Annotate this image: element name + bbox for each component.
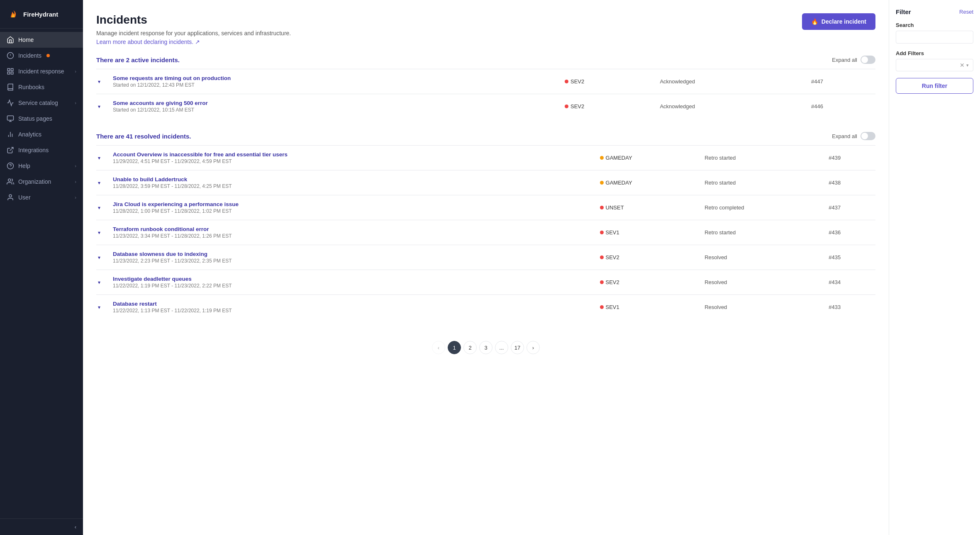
sidebar-item-status-pages-label: Status pages — [18, 115, 52, 122]
filter-clear-icon[interactable]: ✕ — [960, 62, 965, 68]
status-text: Acknowledged — [660, 103, 695, 109]
severity-dot — [600, 305, 604, 309]
filter-search-input[interactable] — [896, 31, 973, 44]
severity-badge: SEV2 — [600, 279, 619, 285]
home-icon — [7, 36, 14, 44]
severity-badge: GAMEDAY — [600, 155, 632, 161]
row-expand-icon[interactable]: ▾ — [98, 155, 100, 161]
sidebar-item-service-catalog-label: Service catalog — [18, 100, 58, 106]
severity-label: SEV1 — [606, 304, 619, 310]
incident-id: #439 — [829, 155, 841, 161]
table-row[interactable]: ▾ Unable to build Laddertruck 11/28/2022… — [96, 170, 875, 195]
page-subtitle: Manage incident response for your applic… — [96, 30, 291, 36]
row-expand-icon[interactable]: ▾ — [98, 79, 100, 85]
severity-dot — [565, 80, 568, 83]
active-expand-toggle[interactable] — [861, 56, 875, 64]
table-row[interactable]: ▾ Some accounts are giving 500 error Sta… — [96, 94, 875, 119]
severity-label: SEV2 — [570, 78, 584, 85]
incident-id: #435 — [829, 254, 841, 260]
table-row[interactable]: ▾ Terraform runbook conditional error 11… — [96, 220, 875, 245]
status-text: Retro started — [705, 155, 736, 161]
pagination-next-button[interactable]: › — [527, 341, 540, 354]
sidebar-item-organization[interactable]: Organization › — [0, 174, 83, 190]
status-pages-icon — [7, 115, 14, 122]
severity-label: GAMEDAY — [606, 180, 632, 186]
sidebar-item-service-catalog[interactable]: Service catalog › — [0, 95, 83, 111]
resolved-incidents-table: ▾ Account Overview is inaccessible for f… — [96, 145, 875, 319]
table-row[interactable]: ▾ Investigate deadletter queues 11/22/20… — [96, 270, 875, 295]
svg-point-18 — [9, 195, 12, 197]
filter-panel: Filter Reset Search Add Filters ✕ ▾ Run … — [889, 0, 980, 535]
incident-title: Investigate deadletter queues — [113, 276, 593, 282]
active-expand-all-label: Expand all — [832, 57, 857, 63]
severity-dot — [600, 280, 604, 284]
row-expand-icon[interactable]: ▾ — [98, 104, 100, 109]
row-expand-icon[interactable]: ▾ — [98, 280, 100, 285]
table-row[interactable]: ▾ Database restart 11/22/2022, 1:13 PM E… — [96, 295, 875, 320]
row-expand-icon[interactable]: ▾ — [98, 205, 100, 211]
sidebar-item-status-pages[interactable]: Status pages — [0, 111, 83, 126]
sidebar-item-integrations[interactable]: Integrations — [0, 142, 83, 158]
filter-dropdown-icon[interactable]: ▾ — [966, 63, 969, 68]
declare-incident-button[interactable]: 🔥 Declare incident — [802, 13, 875, 30]
run-filter-button[interactable]: Run filter — [896, 78, 973, 94]
pagination-page-2[interactable]: 2 — [463, 341, 477, 354]
sidebar-item-user[interactable]: User › — [0, 190, 83, 205]
severity-badge: SEV1 — [600, 304, 619, 310]
sidebar-item-user-label: User — [18, 194, 31, 201]
sidebar-item-help[interactable]: Help › — [0, 158, 83, 174]
logo-icon — [7, 7, 20, 21]
learn-more-link[interactable]: Learn more about declaring incidents. ↗ — [96, 39, 200, 45]
severity-label: GAMEDAY — [606, 155, 632, 161]
row-expand-icon[interactable]: ▾ — [98, 230, 100, 236]
active-incidents-section: There are 2 active incidents. Expand all… — [96, 56, 875, 119]
incident-time: 11/29/2022, 4:51 PM EST - 11/29/2022, 4:… — [113, 158, 593, 164]
sidebar-item-runbooks[interactable]: Runbooks — [0, 79, 83, 95]
filter-title: Filter — [896, 8, 911, 15]
pagination-page-1[interactable]: 1 — [448, 341, 461, 354]
status-text: Resolved — [705, 304, 727, 310]
declare-button-label: Declare incident — [822, 18, 866, 25]
svg-line-14 — [10, 147, 13, 151]
table-row[interactable]: ▾ Jira Cloud is experiencing a performan… — [96, 195, 875, 220]
severity-badge: UNSET — [600, 204, 624, 211]
resolved-expand-toggle[interactable] — [861, 132, 875, 140]
active-section-header: There are 2 active incidents. Expand all — [96, 56, 875, 64]
sidebar-item-analytics[interactable]: Analytics — [0, 126, 83, 142]
status-text: Retro completed — [705, 204, 744, 211]
row-expand-icon[interactable]: ▾ — [98, 304, 100, 310]
sidebar-item-runbooks-label: Runbooks — [18, 84, 44, 90]
analytics-icon — [7, 131, 14, 138]
filter-reset-link[interactable]: Reset — [959, 9, 973, 15]
status-text: Acknowledged — [660, 78, 695, 85]
incident-id: #434 — [829, 279, 841, 285]
organization-chevron: › — [75, 179, 76, 184]
row-expand-icon[interactable]: ▾ — [98, 180, 100, 186]
active-expand-all: Expand all — [832, 56, 875, 64]
incident-time: 11/23/2022, 3:34 PM EST - 11/28/2022, 1:… — [113, 233, 593, 239]
row-expand-icon[interactable]: ▾ — [98, 255, 100, 260]
table-row[interactable]: ▾ Database slowness due to indexing 11/2… — [96, 245, 875, 270]
pagination-prev-button[interactable]: ‹ — [432, 341, 445, 354]
sidebar-item-incidents[interactable]: Incidents — [0, 48, 83, 63]
table-row[interactable]: ▾ Some requests are timing out on produc… — [96, 69, 875, 94]
pagination-page-17[interactable]: 17 — [511, 341, 524, 354]
sidebar-item-incident-response[interactable]: Incident response › — [0, 63, 83, 79]
sidebar-item-home-label: Home — [18, 36, 34, 43]
incident-response-icon — [7, 68, 14, 75]
table-row[interactable]: ▾ Account Overview is inaccessible for f… — [96, 146, 875, 170]
pagination-ellipsis: ... — [495, 341, 508, 354]
sidebar: FireHydrant Home Incidents Incident resp… — [0, 0, 83, 535]
pagination-page-3[interactable]: 3 — [479, 341, 492, 354]
pagination: ‹ 1 2 3 ... 17 › — [96, 333, 875, 357]
sidebar-collapse-button[interactable]: ‹ — [0, 518, 83, 535]
severity-label: SEV2 — [606, 254, 619, 260]
filter-select-row[interactable]: ✕ ▾ — [896, 59, 973, 71]
active-incidents-table: ▾ Some requests are timing out on produc… — [96, 69, 875, 119]
help-chevron: › — [75, 163, 76, 168]
severity-badge: SEV2 — [565, 103, 584, 109]
incident-title: Account Overview is inaccessible for fre… — [113, 151, 593, 158]
incident-title: Database restart — [113, 301, 593, 307]
resolved-incidents-section: There are 41 resolved incidents. Expand … — [96, 132, 875, 319]
sidebar-item-home[interactable]: Home — [0, 32, 83, 48]
